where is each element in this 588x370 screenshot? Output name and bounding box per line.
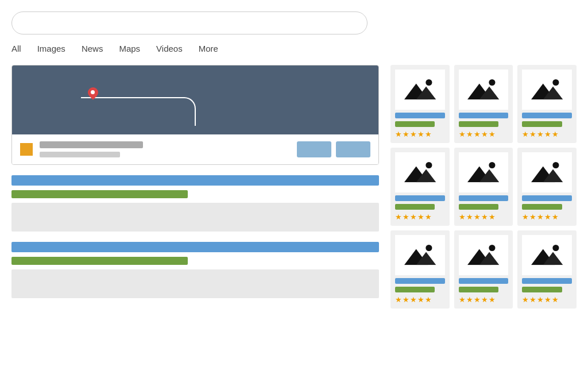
map-button-1[interactable]	[297, 141, 331, 157]
image-thumbnail-2	[459, 70, 509, 110]
image-card-6[interactable]: ★★★★★	[517, 148, 577, 226]
result-url-bar-2	[11, 257, 188, 265]
map-subtitle-line	[40, 152, 120, 157]
nav-tabs: All Images News Maps Videos More	[11, 43, 577, 55]
image-card-2[interactable]: ★★★★★	[454, 65, 513, 143]
image-thumbnail-7	[395, 235, 445, 275]
right-column: ★★★★★ ★★★★★ ★★★★★	[390, 65, 577, 309]
svg-rect-39	[463, 265, 503, 267]
svg-point-31	[425, 245, 432, 251]
image-card-5[interactable]: ★★★★★	[454, 148, 513, 226]
image-card-8[interactable]: ★★★★★	[454, 230, 513, 309]
svg-rect-9	[463, 99, 503, 101]
tab-all[interactable]: All	[11, 43, 21, 55]
svg-point-41	[552, 245, 559, 251]
search-input[interactable]	[11, 11, 368, 34]
svg-point-1	[425, 79, 432, 86]
card-green-bar-4	[395, 204, 435, 210]
image-thumbnail-3	[522, 70, 572, 110]
image-thumbnail-9	[522, 235, 572, 275]
image-thumbnail-4	[395, 152, 445, 192]
result-title-bar-2[interactable]	[11, 242, 379, 252]
svg-rect-44	[527, 265, 567, 267]
svg-rect-34	[400, 265, 440, 267]
search-result-1	[11, 175, 379, 232]
image-thumbnail-5	[459, 152, 509, 192]
tab-videos[interactable]: Videos	[156, 43, 183, 55]
card-blue-bar-9	[522, 278, 572, 284]
image-card-9[interactable]: ★★★★★	[517, 230, 577, 309]
map-pin	[87, 87, 99, 103]
map-location-icon	[20, 143, 33, 156]
card-stars-1: ★★★★★	[395, 130, 445, 138]
svg-point-16	[425, 162, 432, 168]
image-card-1[interactable]: ★★★★★	[390, 65, 450, 143]
svg-rect-19	[400, 182, 440, 184]
svg-rect-14	[527, 99, 567, 101]
tab-news[interactable]: News	[82, 43, 103, 55]
image-card-4[interactable]: ★★★★★	[390, 148, 450, 226]
tab-maps[interactable]: Maps	[119, 43, 140, 55]
pin-dot	[91, 90, 95, 94]
map-action-buttons	[297, 141, 370, 157]
image-thumbnail-6	[522, 152, 572, 192]
search-result-2	[11, 242, 379, 298]
card-stars-9: ★★★★★	[522, 295, 572, 304]
tab-more[interactable]: More	[199, 43, 218, 55]
card-blue-bar-8	[459, 278, 509, 284]
result-title-bar-1[interactable]	[11, 175, 379, 186]
card-green-bar-2	[459, 121, 498, 127]
card-stars-3: ★★★★★	[522, 130, 572, 138]
left-column	[11, 65, 379, 309]
card-stars-7: ★★★★★	[395, 295, 445, 304]
svg-rect-24	[463, 182, 503, 184]
map-button-2[interactable]	[336, 141, 370, 157]
card-green-bar-5	[459, 204, 498, 210]
card-green-bar-6	[522, 204, 562, 210]
card-stars-4: ★★★★★	[395, 213, 445, 221]
card-blue-bar-3	[522, 113, 572, 118]
card-stars-6: ★★★★★	[522, 213, 572, 221]
main-layout: ★★★★★ ★★★★★ ★★★★★	[11, 65, 577, 309]
image-thumbnail-8	[459, 235, 509, 275]
svg-point-21	[489, 162, 496, 168]
map-title-line	[40, 141, 143, 148]
card-green-bar-3	[522, 121, 562, 127]
card-blue-bar-1	[395, 113, 445, 118]
image-card-7[interactable]: ★★★★★	[390, 230, 450, 309]
card-green-bar-7	[395, 287, 435, 292]
image-thumbnail-1	[395, 70, 445, 110]
card-stars-8: ★★★★★	[459, 295, 509, 304]
svg-point-36	[489, 245, 496, 251]
tab-images[interactable]: Images	[37, 43, 65, 55]
map-text-block	[40, 141, 290, 157]
svg-rect-4	[400, 99, 440, 101]
svg-point-26	[552, 162, 559, 168]
image-grid: ★★★★★ ★★★★★ ★★★★★	[390, 65, 577, 309]
result-url-bar-1	[11, 190, 188, 198]
card-green-bar-9	[522, 287, 562, 292]
map-card	[11, 65, 379, 165]
svg-point-11	[552, 79, 559, 86]
svg-point-6	[489, 79, 496, 86]
map-area[interactable]	[12, 65, 378, 134]
card-blue-bar-5	[459, 195, 509, 201]
card-blue-bar-7	[395, 278, 445, 284]
card-blue-bar-4	[395, 195, 445, 201]
card-blue-bar-6	[522, 195, 572, 201]
svg-rect-29	[527, 182, 567, 184]
card-stars-5: ★★★★★	[459, 213, 509, 221]
card-green-bar-1	[395, 121, 435, 127]
image-card-3[interactable]: ★★★★★	[517, 65, 577, 143]
card-stars-2: ★★★★★	[459, 130, 509, 138]
result-desc-2	[11, 269, 379, 298]
result-desc-1	[11, 203, 379, 232]
map-info-row	[12, 134, 378, 164]
card-green-bar-8	[459, 287, 498, 292]
card-blue-bar-2	[459, 113, 509, 118]
